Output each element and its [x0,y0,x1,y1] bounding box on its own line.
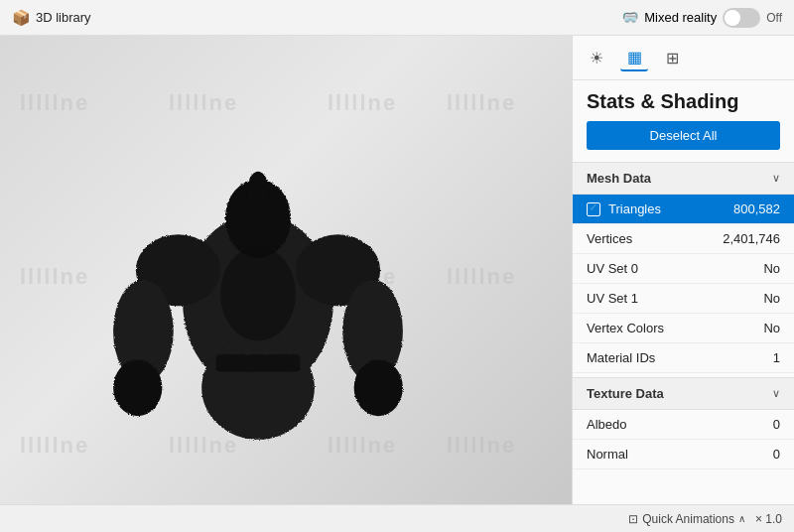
vertex-colors-value: No [763,321,780,335]
uv-set-0-value: No [763,261,780,276]
vertex-colors-label: Vertex Colors [587,321,664,335]
mixed-reality-group: 🥽 Mixed reality Off [622,8,782,28]
texture-data-label: Texture Data [587,386,664,401]
panel-title: Stats & Shading [573,80,794,121]
quick-animations-icon: ⊡ [628,512,638,526]
normal-left: Normal [587,447,628,462]
vertices-row: Vertices 2,401,746 [573,224,794,254]
mesh-data-chevron: ∨ [772,172,780,185]
uv-set-0-left: UV Set 0 [587,261,638,276]
mixed-reality-icon: 🥽 [622,10,638,25]
svg-point-6 [113,359,162,416]
3d-model-display [40,95,476,492]
uv-set-0-row: UV Set 0 No [573,254,794,284]
albedo-value: 0 [773,417,780,432]
triangles-row-left: ✓ Triangles [587,201,661,216]
material-ids-value: 1 [773,350,780,365]
material-ids-label: Material IDs [587,350,655,365]
main-content: lllllne lllllne lllllne lllllne lllllne … [0,36,794,504]
uv-set-1-left: UV Set 1 [587,291,638,306]
albedo-left: Albedo [587,417,626,432]
svg-rect-10 [215,355,300,372]
texture-data-chevron: ∨ [772,387,780,400]
vertices-row-left: Vertices [587,231,632,246]
mesh-data-label: Mesh Data [587,171,651,186]
svg-point-9 [220,247,296,341]
viewport[interactable]: lllllne lllllne lllllne lllllne lllllne … [0,36,572,504]
triangles-value: 800,582 [733,201,780,216]
svg-point-7 [354,359,403,416]
normal-label: Normal [587,447,628,462]
uv-set-1-label: UV Set 1 [587,291,638,306]
off-label: Off [766,11,782,25]
uv-set-1-value: No [763,291,780,306]
zoom-control[interactable]: × 1.0 [755,512,782,526]
triangles-checkbox[interactable]: ✓ [587,202,600,216]
library-label: 3D library [36,10,91,25]
mixed-reality-toggle[interactable] [723,8,760,28]
texture-data-section-header[interactable]: Texture Data ∨ [573,377,794,410]
quick-animations-chevron: ∧ [738,513,745,524]
deselect-all-button[interactable]: Deselect All [587,121,780,150]
zoom-label: × 1.0 [755,512,782,526]
normal-row: Normal 0 [573,440,794,469]
chart-tab[interactable]: ▦ [620,44,648,71]
uv-set-1-row: UV Set 1 No [573,284,794,314]
top-bar: 📦 3D library 🥽 Mixed reality Off [0,0,794,36]
grid-tab[interactable]: ⊞ [658,44,686,71]
quick-animations-button[interactable]: ⊡ Quick Animations ∧ [628,512,745,526]
material-ids-left: Material IDs [587,350,655,365]
mesh-data-section-header[interactable]: Mesh Data ∨ [573,162,794,195]
bottom-bar: ⊡ Quick Animations ∧ × 1.0 [0,504,794,532]
vertex-colors-row: Vertex Colors No [573,314,794,343]
svg-point-11 [247,172,270,213]
vertices-label: Vertices [587,231,632,246]
mixed-reality-label: Mixed reality [644,10,717,25]
normal-value: 0 [773,447,780,462]
albedo-row: Albedo 0 [573,410,794,440]
panel-tabs: ☀ ▦ ⊞ [573,36,794,80]
vertices-value: 2,401,746 [723,231,780,246]
svg-point-8 [201,336,315,440]
3d-library-button[interactable]: 📦 3D library [12,9,91,27]
material-ids-row: Material IDs 1 [573,343,794,373]
quick-animations-label: Quick Animations [642,512,734,526]
library-icon: 📦 [12,9,31,27]
right-panel: ☀ ▦ ⊞ Stats & Shading Deselect All Mesh … [572,36,794,504]
albedo-label: Albedo [587,417,626,432]
triangles-label: Triangles [608,201,661,216]
uv-set-0-label: UV Set 0 [587,261,638,276]
vertex-colors-left: Vertex Colors [587,321,664,335]
lighting-tab[interactable]: ☀ [583,44,610,71]
triangles-row[interactable]: ✓ Triangles 800,582 [573,195,794,224]
